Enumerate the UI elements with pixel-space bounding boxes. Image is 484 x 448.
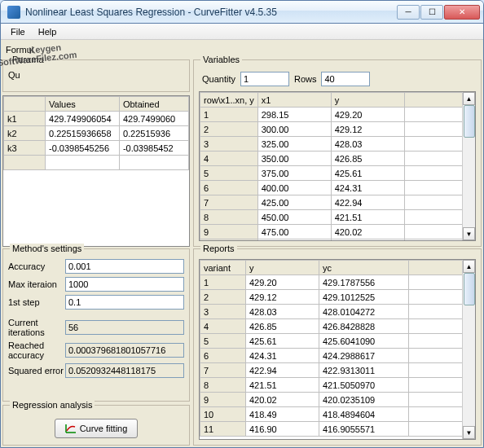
- reports-title: Reports: [200, 244, 237, 253]
- reached-label: Reached accuracy: [8, 340, 65, 360]
- table-row: 5375.00425.61: [200, 166, 475, 181]
- sqerr-output: [65, 363, 184, 378]
- vars-header-x1: x1: [257, 93, 331, 108]
- table-row: 3325.00428.03: [200, 137, 475, 152]
- table-row: 4426.85426.8428828: [200, 319, 475, 334]
- scroll-up-icon[interactable]: ▲: [463, 260, 475, 273]
- table-row: [4, 156, 189, 170]
- table-row: k1429.749906054429.7499060: [4, 112, 189, 126]
- step-label: 1st step: [8, 297, 65, 307]
- table-row: 2429.12429.1012525: [200, 290, 475, 305]
- rows-label: Rows: [294, 74, 317, 84]
- app-icon: [7, 6, 20, 19]
- minimize-button[interactable]: ─: [397, 5, 420, 20]
- rows-input[interactable]: [321, 72, 370, 86]
- reports-table: variant y yc 1429.20429.1787556 2429.124…: [200, 260, 475, 437]
- table-row: 6400.00424.31: [200, 181, 475, 195]
- scroll-thumb[interactable]: [464, 105, 475, 138]
- table-row: k20.225159366580.22515936: [4, 126, 189, 141]
- window-title: Nonlinear Least Squares Regression - Cur…: [25, 7, 397, 18]
- curve-fitting-button[interactable]: Curve fitting: [55, 419, 139, 438]
- maximize-button[interactable]: ☐: [420, 5, 443, 20]
- table-row: 6424.31424.2988617: [200, 349, 475, 363]
- titlebar[interactable]: Nonlinear Least Squares Regression - Cur…: [1, 1, 483, 24]
- sqerr-label: Squared error: [8, 366, 65, 376]
- methods-title: Method's settings: [10, 244, 84, 253]
- accuracy-input[interactable]: [65, 259, 184, 274]
- table-row: 2300.00429.12: [200, 122, 475, 137]
- close-button[interactable]: ✕: [444, 5, 480, 20]
- formula-label: Formul: [6, 45, 33, 55]
- variables-table: row\x1..xn, y x1 y 1298.15429.20 2300.00…: [200, 92, 475, 241]
- reports-header-variant: variant: [200, 261, 246, 275]
- quantity-input[interactable]: [240, 72, 289, 86]
- regression-title: Regression analysis: [10, 400, 95, 410]
- params-table: Values Obtained k1429.749906054429.74990…: [3, 96, 189, 170]
- table-row: 4350.00426.85: [200, 152, 475, 166]
- step-input[interactable]: [65, 295, 184, 310]
- params-header-obtained: Obtained: [119, 97, 188, 112]
- params-header-values: Values: [46, 97, 120, 112]
- vars-header-y: y: [331, 93, 404, 108]
- reports-scrollbar[interactable]: ▲ ▼: [462, 260, 475, 439]
- scroll-down-icon[interactable]: ▼: [463, 227, 475, 240]
- table-row: 11416.90416.9055571: [200, 422, 475, 437]
- table-row: 3428.03428.0104272: [200, 305, 475, 319]
- params-title: Parama: [10, 55, 46, 64]
- maxiter-input[interactable]: [65, 277, 184, 292]
- menubar: File Help: [1, 24, 483, 40]
- table-row: k3-0.0398545256-0.03985452: [4, 141, 189, 156]
- variables-title: Variables: [200, 55, 242, 64]
- quantity-label: Quantity: [202, 74, 235, 84]
- reports-header-yc: yc: [319, 261, 409, 275]
- chart-icon: [65, 424, 77, 433]
- table-row: 10418.49418.4894604: [200, 407, 475, 422]
- curiter-label: Current iterations: [8, 318, 65, 337]
- menu-file[interactable]: File: [4, 25, 32, 38]
- vars-header-row: row\x1..xn, y: [200, 93, 258, 108]
- params-header-blank: [4, 97, 46, 112]
- curiter-output: [65, 320, 184, 335]
- table-row: 1298.15429.20: [200, 108, 475, 122]
- table-row: 9420.02420.0235109: [200, 393, 475, 407]
- vars-scrollbar[interactable]: ▲ ▼: [462, 92, 475, 240]
- reached-output: [65, 343, 184, 358]
- scroll-down-icon[interactable]: ▼: [463, 426, 475, 439]
- table-row: 8450.00421.51: [200, 210, 475, 225]
- table-row: 5425.61425.6041090: [200, 334, 475, 349]
- scroll-up-icon[interactable]: ▲: [463, 92, 475, 105]
- params-qty-label: Qu: [8, 70, 20, 80]
- table-row: 1429.20429.1787556: [200, 275, 475, 290]
- table-row: 7422.94422.9313011: [200, 363, 475, 378]
- table-row: 7425.00422.94: [200, 195, 475, 210]
- table-row: 10500.00418.49: [200, 239, 475, 242]
- curve-fitting-label: Curve fitting: [80, 424, 128, 433]
- accuracy-label: Accuracy: [8, 261, 65, 271]
- maxiter-label: Max iteraion: [8, 279, 65, 289]
- reports-header-y: y: [246, 261, 319, 275]
- table-row: 9475.00420.02: [200, 225, 475, 239]
- scroll-thumb[interactable]: [464, 273, 475, 305]
- menu-help[interactable]: Help: [32, 25, 64, 38]
- table-row: 8421.51421.5050970: [200, 378, 475, 393]
